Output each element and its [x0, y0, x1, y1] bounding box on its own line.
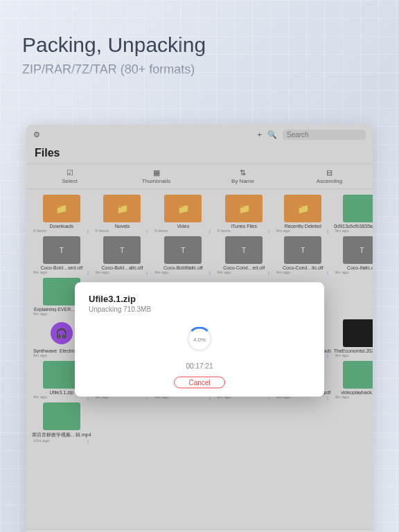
file-name: Coco-Bold…sed.otf: [32, 265, 91, 270]
unpacking-dialog: Ufile3.1.zip Unpacking 710.3MB 4.0% 00:1…: [75, 283, 324, 397]
more-icon[interactable]: ⋮: [208, 270, 212, 275]
file-thumb: 🎧: [51, 322, 73, 344]
file-thumb: [343, 319, 373, 347]
more-icon[interactable]: ⋮: [326, 270, 330, 275]
file-thumb: 📁: [284, 195, 321, 222]
file-meta: 0 items: [96, 229, 109, 233]
more-icon[interactable]: ⋮: [326, 353, 330, 358]
file-item[interactable]: TCoco-Italic.otf9m ago⋮: [334, 236, 373, 275]
toolbar-ascending[interactable]: ⊟Ascending: [286, 164, 373, 188]
more-icon[interactable]: ⋮: [326, 395, 330, 400]
file-name: Recently Deleted: [275, 224, 331, 229]
file-meta: 9m ago: [276, 229, 290, 233]
add-button[interactable]: +: [258, 130, 262, 139]
file-meta: 9m ago: [154, 270, 168, 275]
file-item[interactable]: 📁Recently Deleted9m ago⋮: [275, 195, 331, 233]
file-meta: 9m ago: [335, 229, 349, 233]
progress-percent: 4.0%: [89, 337, 310, 343]
file-meta: 9m ago: [335, 270, 349, 275]
file-meta: 9m ago: [33, 270, 47, 275]
hero-title: Packing, Unpacking: [22, 33, 377, 57]
file-thumb: T: [103, 236, 141, 264]
file-item[interactable]: TCoco-Bold…sed.otf9m ago⋮: [32, 236, 91, 275]
toolbar-byname[interactable]: ⇅By Name: [200, 164, 286, 188]
file-thumb: T: [43, 236, 80, 264]
file-name: 英语音标教学视频…辑.mp4: [32, 432, 91, 438]
hero-subtitle: ZIP/RAR/7Z/TAR (80+ formats): [22, 62, 377, 77]
file-item[interactable]: TCoco-BoldItalic.otf9m ago⋮: [153, 236, 213, 275]
search-input[interactable]: Search: [283, 130, 366, 140]
file-item[interactable]: videoplayback.mp49m ago⋮: [334, 361, 373, 400]
device-frame: ⚙ + 🔍 Search Files ☑Select ▦Thumbnails ⇅…: [26, 125, 373, 532]
file-thumb: [43, 402, 80, 430]
select-icon: ☑: [26, 168, 113, 177]
file-meta: 4m ago: [33, 395, 47, 400]
file-meta: 9m ago: [218, 270, 231, 275]
file-meta: 0 items: [33, 229, 46, 233]
toolbar-select[interactable]: ☑Select: [26, 164, 113, 188]
file-name: Coco-Bold…alic.otf: [94, 265, 151, 270]
file-thumb: T: [343, 236, 373, 264]
file-thumb: 📁: [103, 195, 141, 222]
file-thumb: [343, 195, 373, 222]
cancel-button[interactable]: Cancel: [174, 377, 224, 389]
file-meta: 5 items: [154, 229, 168, 233]
more-icon[interactable]: ⋮: [267, 229, 271, 233]
dialog-status: Unpacking 710.3MB: [89, 305, 310, 313]
file-item[interactable]: TheEconomist.202…4.pdf9m ago⋮: [334, 319, 373, 358]
file-name: 0d913c6cfb3835a…f.jpeg: [334, 224, 373, 229]
file-meta: 9m ago: [33, 353, 47, 358]
file-item[interactable]: 英语音标教学视频…辑.mp410m ago⋮: [32, 402, 91, 443]
file-name: Novels: [94, 224, 151, 229]
file-name: Coco-BoldItalic.otf: [153, 265, 213, 270]
more-icon[interactable]: ⋮: [86, 438, 90, 443]
file-item[interactable]: TCoco-Cond…lic.otf9m ago⋮: [275, 236, 331, 275]
more-icon[interactable]: ⋮: [208, 229, 212, 233]
more-icon[interactable]: ⋮: [145, 229, 149, 233]
file-name: Video: [153, 224, 213, 229]
file-item[interactable]: 0d913c6cfb3835a…f.jpeg9m ago⋮: [334, 195, 373, 233]
file-thumb: 📁: [43, 195, 80, 222]
file-meta: 10m ago: [33, 438, 49, 443]
more-icon[interactable]: ⋮: [267, 270, 271, 275]
file-meta: 9m ago: [276, 270, 290, 275]
gear-icon[interactable]: ⚙: [33, 130, 40, 139]
file-thumb: T: [164, 236, 202, 264]
file-name: Downloads: [32, 224, 91, 229]
file-item[interactable]: 📁Video5 items⋮: [153, 195, 213, 233]
file-name: Coco-Cond…ed.otf: [216, 265, 272, 270]
more-icon[interactable]: ⋮: [86, 270, 90, 275]
file-thumb: [343, 361, 373, 389]
toolbar: ☑Select ▦Thumbnails ⇅By Name ⊟Ascending: [26, 163, 373, 189]
file-item[interactable]: TCoco-Bold…alic.otf9m ago⋮: [94, 236, 151, 275]
file-item[interactable]: TCoco-Cond…ed.otf9m ago⋮: [216, 236, 272, 275]
file-name: Coco-Italic.otf: [334, 265, 373, 270]
elapsed-time: 00:17:21: [89, 362, 310, 370]
search-icon[interactable]: 🔍: [267, 130, 277, 139]
page-title: Files: [35, 147, 364, 159]
ascending-icon: ⊟: [286, 168, 373, 177]
file-name: TheEconomist.202…4.pdf: [334, 348, 373, 353]
file-meta: 9m ago: [96, 270, 109, 275]
more-icon[interactable]: ⋮: [86, 229, 90, 233]
bottom-bar: ▤Files ☁Connections 🧰Toolbox 🖥Computers: [26, 529, 373, 532]
file-meta: 9m ago: [33, 312, 47, 317]
file-name: videoplayback.mp4: [334, 390, 373, 395]
more-icon[interactable]: ⋮: [145, 270, 149, 275]
file-thumb: 📁: [225, 195, 263, 222]
file-name: Coco-Cond…lic.otf: [275, 265, 331, 270]
file-item[interactable]: 📁Downloads0 items⋮: [32, 195, 91, 233]
file-name: iTunes Files: [216, 224, 272, 229]
file-item[interactable]: 📁iTunes Files0 items⋮: [216, 195, 272, 233]
file-item[interactable]: 📁Novels0 items⋮: [94, 195, 151, 233]
thumbnails-icon: ▦: [113, 168, 200, 177]
file-meta: 9m ago: [335, 353, 349, 358]
sort-icon: ⇅: [200, 168, 286, 177]
file-meta: 9m ago: [335, 395, 349, 400]
file-thumb: T: [284, 236, 321, 264]
file-thumb: T: [225, 236, 263, 264]
more-icon[interactable]: ⋮: [326, 229, 330, 233]
file-thumb: 📁: [164, 195, 202, 222]
toolbar-thumbnails[interactable]: ▦Thumbnails: [113, 164, 200, 188]
file-meta: 0 items: [218, 229, 231, 233]
